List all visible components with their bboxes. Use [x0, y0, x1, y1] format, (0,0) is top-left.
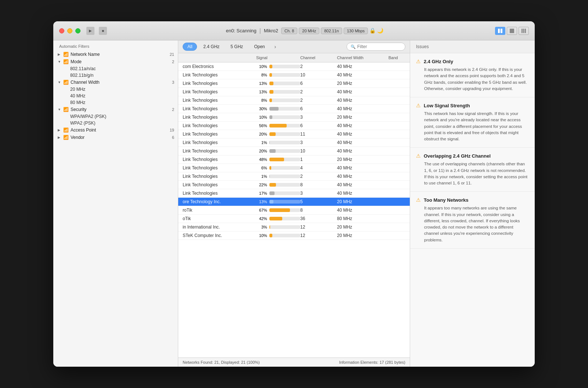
cell-vendor: Link Technologies [183, 89, 256, 94]
signal-percent: 67% [256, 208, 267, 212]
sidebar-item-network-name[interactable]: ▶ 📶 Network Name 21 [53, 51, 178, 58]
info-elements-label: Information Elements: 17 (281 bytes) [339, 360, 405, 364]
filter-all-button[interactable]: All [183, 43, 197, 51]
table-row[interactable]: in International Inc. 3% 12 20 MHz [178, 223, 410, 231]
table-row[interactable]: Link Technologies 13% 2 40 MHz [178, 88, 410, 96]
table-row[interactable]: oTik 42% 36 80 MHz [178, 215, 410, 223]
maximize-button[interactable] [75, 28, 80, 33]
signal-percent: 8% [256, 73, 267, 77]
table-row[interactable]: Link Technologies 17% 3 40 MHz [178, 189, 410, 198]
signal-bar [269, 149, 300, 153]
cell-vendor: Link Technologies [183, 115, 256, 120]
chevron-down-icon-sec: ▼ [58, 108, 62, 111]
table-row[interactable]: com Electronics 10% 2 40 MHz [178, 62, 410, 71]
cell-vendor: Link Technologies [183, 174, 256, 179]
cell-vendor: Link Technologies [183, 123, 256, 128]
table-row[interactable]: Link Technologies 1% 3 40 MHz [178, 139, 410, 147]
search-input[interactable] [357, 44, 401, 49]
signal-bar-fill [269, 73, 272, 77]
table-row[interactable]: Link Technologies 48% 1 20 MHz [178, 155, 410, 164]
sidebar-section-mode: ▼ 📶 Mode 2 802.11a/n/ac 802.11b/g/n [53, 58, 178, 79]
sidebar-item-security[interactable]: ▼ 📶 Security 2 [53, 106, 178, 113]
close-button[interactable] [59, 28, 64, 33]
cell-channel: 6 [300, 123, 337, 128]
signal-bar [269, 200, 300, 204]
signal-bar [269, 191, 300, 195]
table-row[interactable]: Link Technologies 22% 8 40 MHz [178, 181, 410, 189]
filter-5ghz-button[interactable]: 5 GHz [226, 43, 248, 51]
cell-signal: 13% [256, 81, 300, 86]
cell-vendor: Link Technologies [183, 72, 256, 78]
sidebar-item-vendor[interactable]: ▶ 📶 Vendor 6 [53, 134, 178, 141]
sidebar-item-access-point[interactable]: ▶ 📶 Access Point 19 [53, 126, 178, 134]
sidebar-count-channel-width: 3 [172, 80, 174, 85]
signal-bar [269, 82, 300, 85]
cell-vendor: Link Technologies [183, 165, 256, 170]
filter-more-button[interactable]: › [271, 43, 279, 51]
signal-percent: 22% [256, 183, 267, 187]
cell-signal: 42% [256, 216, 300, 221]
width-label-80: 80 MHz [70, 100, 85, 105]
table-row[interactable]: roTik 67% 8 40 MHz [178, 206, 410, 215]
table-row[interactable]: Link Technologies 30% 6 40 MHz [178, 105, 410, 113]
play-button[interactable]: ▶ [86, 27, 94, 35]
cell-channel: 11 [300, 132, 337, 137]
sidebar-child-wpa-wpa2[interactable]: WPA/WPA2 (PSK) [53, 113, 178, 120]
filter-24ghz-button[interactable]: 2.4 GHz [198, 43, 224, 51]
issue-title: Overlapping 2.4 GHz Channel [424, 153, 491, 159]
cell-channel-width: 40 MHz [337, 72, 388, 78]
sidebar-count-security: 2 [172, 107, 174, 112]
cell-channel: 8 [300, 208, 337, 213]
table-row[interactable]: Link Technologies 1% 2 40 MHz [178, 172, 410, 181]
security-label-wpawpa2: WPA/WPA2 (PSK) [70, 114, 106, 119]
table-row[interactable]: Link Technologies 13% 6 20 MHz [178, 79, 410, 88]
cell-channel-width: 40 MHz [337, 182, 388, 187]
traffic-lights [59, 28, 80, 33]
security-label-wpa2: WPA2 (PSK) [70, 121, 95, 126]
view-split-button[interactable] [495, 27, 505, 35]
cell-channel: 3 [300, 115, 337, 120]
table-row[interactable]: STeK Computer Inc. 10% 12 20 MHz [178, 231, 410, 240]
cell-channel-width: 40 MHz [337, 208, 388, 213]
minimize-button[interactable] [67, 28, 72, 33]
sidebar-child-wpa2[interactable]: WPA2 (PSK) [53, 120, 178, 126]
table-row[interactable]: Link Technologies 20% 11 40 MHz [178, 130, 410, 139]
cell-channel-width: 40 MHz [337, 132, 388, 137]
stop-button[interactable]: ■ [99, 27, 107, 35]
sidebar-child-80211anac[interactable]: 802.11a/n/ac [53, 65, 178, 72]
table-row[interactable]: Link Technologies 20% 10 40 MHz [178, 147, 410, 155]
sidebar-child-80211bgn[interactable]: 802.11b/g/n [53, 72, 178, 79]
table-row[interactable]: Link Technologies 56% 6 40 MHz [178, 122, 410, 130]
table-row[interactable]: Link Technologies 8% 2 40 MHz [178, 96, 410, 105]
svg-rect-3 [521, 29, 523, 33]
cell-channel-width: 40 MHz [337, 64, 388, 69]
cell-signal: 67% [256, 208, 300, 212]
signal-bar-fill [269, 175, 270, 178]
cell-channel: 2 [300, 174, 337, 179]
table-row[interactable]: Link Technologies 6% 4 40 MHz [178, 164, 410, 172]
signal-percent: 56% [256, 123, 267, 128]
channel-pill: Ch. 8 [281, 28, 297, 34]
cell-channel-width: 20 MHz [337, 224, 388, 230]
cell-vendor: in International Inc. [183, 224, 256, 230]
sidebar-child-40mhz[interactable]: 40 MHz [53, 93, 178, 99]
sidebar-child-20mhz[interactable]: 20 MHz [53, 86, 178, 93]
svg-rect-4 [523, 29, 524, 33]
sidebar-child-80mhz[interactable]: 80 MHz [53, 99, 178, 106]
view-single-button[interactable] [507, 27, 517, 35]
search-box[interactable]: 🔍 [347, 43, 405, 51]
table-row[interactable]: Link Technologies 8% 10 40 MHz [178, 71, 410, 79]
col-channel: Channel [300, 55, 337, 60]
cell-channel: 2 [300, 98, 337, 103]
signal-percent: 10% [256, 233, 267, 238]
search-icon: 🔍 [351, 44, 356, 49]
sidebar-item-channel-width[interactable]: ▼ 📶 Channel Width 3 [53, 79, 178, 86]
filter-open-button[interactable]: Open [249, 43, 269, 51]
table-row[interactable]: Link Technologies 10% 3 20 MHz [178, 113, 410, 122]
sidebar-item-mode[interactable]: ▼ 📶 Mode 2 [53, 58, 178, 65]
sidebar-count-access-point: 19 [170, 128, 174, 132]
col-signal: Signal [256, 55, 300, 60]
table-row[interactable]: ore Technology Inc. 13% 5 20 MHz [178, 198, 410, 206]
view-columns-button[interactable] [519, 27, 529, 35]
cell-channel-width: 20 MHz [337, 157, 388, 162]
